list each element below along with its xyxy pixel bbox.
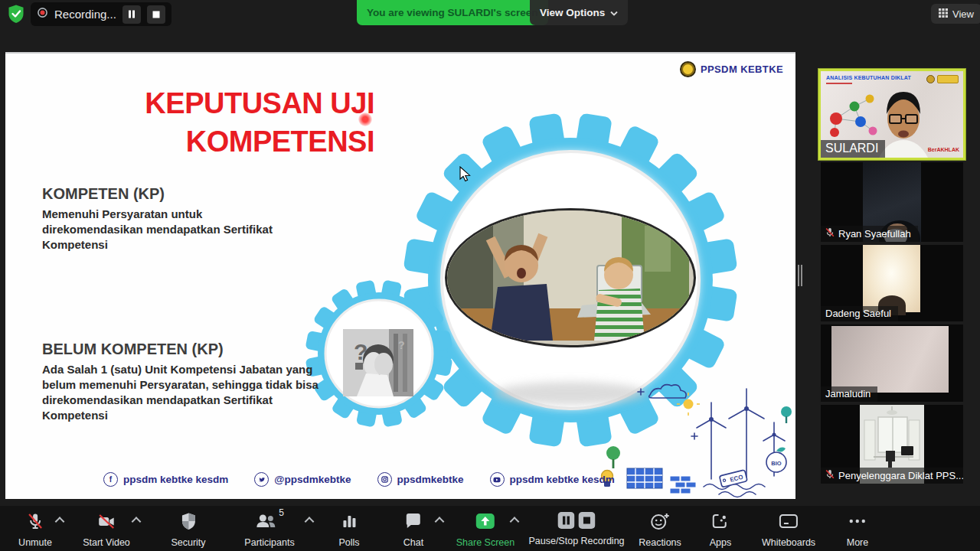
pause-stop-recording-label: Pause/Stop Recording <box>528 536 624 546</box>
svg-text:?: ? <box>354 339 368 364</box>
view-layout-button[interactable]: View <box>931 4 980 24</box>
participants-button[interactable]: 5 Participants <box>244 512 294 548</box>
chat-bubble-icon <box>404 512 423 533</box>
sulardi-bg-subtitle-line <box>826 83 852 84</box>
viewing-screen-banner: You are viewing SULARDI's screen <box>357 0 548 25</box>
laser-pointer-dot <box>358 112 372 126</box>
youtube-label: ppsdm kebtke kesdm <box>510 474 615 485</box>
slide-title: KEPUTUSAN UJI KOMPETENSI <box>120 84 374 161</box>
dadeng-video <box>863 245 920 312</box>
whiteboards-label: Whiteboards <box>762 537 815 548</box>
apps-label: Apps <box>710 537 732 548</box>
sulardi-bg-badge-logos <box>926 75 959 83</box>
chat-options-chevron[interactable] <box>436 517 443 523</box>
whiteboard-icon <box>779 512 799 533</box>
camera-off-icon <box>96 512 116 533</box>
polls-label: Polls <box>338 537 359 548</box>
video-options-chevron[interactable] <box>133 517 140 523</box>
start-video-button[interactable]: Start Video <box>83 512 130 548</box>
grid-view-icon <box>939 8 948 20</box>
reactions-label: Reactions <box>639 537 681 548</box>
participants-options-chevron[interactable] <box>306 517 313 523</box>
whiteboards-button[interactable]: Whiteboards <box>762 512 815 548</box>
jamaludin-video <box>831 326 949 393</box>
recording-dot-icon <box>37 7 48 21</box>
section-belum-kompeten: BELUM KOMPETEN (KP) Ada Salah 1 (satu) U… <box>42 341 339 423</box>
participants-count: 5 <box>279 507 284 518</box>
zoom-meeting-window: Recording... You are viewing SULARDI's s… <box>0 0 980 551</box>
participant-tile-jamaludin[interactable]: Jamaludin <box>821 324 963 402</box>
meeting-toolbar: Unmute Start Video Security 5 Participan… <box>0 506 980 551</box>
bio-doodle-label: BIO <box>771 460 782 467</box>
share-screen-label: Share Screen <box>456 537 514 548</box>
happy-kids-photo <box>445 208 696 347</box>
kompeten-body: Memenuhi Persyaratan untuk direkomendasi… <box>42 207 299 253</box>
pause-recording-icon <box>558 512 575 532</box>
belum-kompeten-heading: BELUM KOMPETEN (KP) <box>42 341 339 358</box>
reactions-smiley-icon <box>650 512 670 533</box>
chevron-down-icon <box>610 7 618 18</box>
pause-recording-button[interactable] <box>122 5 141 24</box>
start-video-label: Start Video <box>83 537 130 548</box>
stop-recording-icon <box>579 512 596 532</box>
unmute-button[interactable]: Unmute <box>18 512 52 548</box>
youtube-handle: ppsdm kebtke kesdm <box>490 472 615 487</box>
twitter-icon <box>254 472 269 487</box>
recording-pill: Recording... <box>31 2 172 26</box>
pause-stop-recording-button[interactable]: Pause/Stop Recording <box>528 512 624 546</box>
facebook-handle: f ppsdm kebtke kesdm <box>103 472 228 487</box>
view-label: View <box>952 8 974 20</box>
participants-label: Participants <box>244 537 294 548</box>
more-ellipsis-icon <box>848 512 867 533</box>
participant-row-penyelenggara: Penyelenggara Diklat PPS... <box>821 468 963 484</box>
instagram-label: ppsdmkebtke <box>397 474 464 485</box>
view-options-button[interactable]: View Options <box>530 0 628 25</box>
share-screen-icon <box>475 512 495 533</box>
participant-name-dadeng: Dadeng Saeful <box>825 308 891 319</box>
participant-tile-sulardi[interactable]: ANALISIS KEBUTUHAN DIKLAT BerAKHLAK SULA… <box>818 69 965 160</box>
sulardi-bg-berakhlak-text: BerAKHLAK <box>928 147 959 152</box>
reactions-button[interactable]: Reactions <box>639 512 681 548</box>
participant-tile-dadeng[interactable]: Dadeng Saeful <box>821 245 963 321</box>
confused-person-photo: ? ? <box>343 329 413 396</box>
mic-muted-icon <box>26 512 44 533</box>
more-label: More <box>847 537 868 548</box>
slide-title-line2: KOMPETENSI <box>120 122 374 161</box>
shared-screen-slide: ? ? <box>5 52 795 499</box>
participant-tile-penyelenggara[interactable]: Penyelenggara Diklat PPS... <box>821 405 963 484</box>
muted-mic-icon <box>825 469 835 481</box>
participant-name-ryan: Ryan Syaefullah <box>838 228 911 240</box>
security-button[interactable]: Security <box>171 512 205 548</box>
apps-button[interactable]: Apps <box>710 512 732 548</box>
facebook-label: ppsdm kebtke kesdm <box>123 474 228 485</box>
svg-text:?: ? <box>398 339 405 351</box>
shield-icon <box>180 512 197 533</box>
sulardi-bg-title: ANALISIS KEBUTUHAN DIKLAT <box>826 75 911 80</box>
ppsdm-emblem-icon <box>680 61 696 77</box>
youtube-icon <box>490 472 505 487</box>
more-button[interactable]: More <box>847 512 868 548</box>
polls-button[interactable]: Polls <box>338 512 359 548</box>
chat-button[interactable]: Chat <box>403 512 423 548</box>
viewing-banner-text: You are viewing SULARDI's screen <box>367 7 538 18</box>
participant-row-dadeng: Dadeng Saeful <box>821 306 898 321</box>
share-options-chevron[interactable] <box>511 517 518 523</box>
facebook-icon: f <box>103 472 118 487</box>
eco-doodles-graphic: ECO BIO <box>596 378 795 499</box>
apps-icon <box>711 512 730 533</box>
twitter-handle: @ppsdmkebtke <box>254 472 351 487</box>
participant-name-sulardi: SULARDI <box>821 140 885 158</box>
audio-options-chevron[interactable] <box>57 517 64 523</box>
twitter-label: @ppsdmkebtke <box>274 474 351 485</box>
participant-row-ryan: Ryan Syaefullah <box>821 226 918 242</box>
security-shield-verified-icon[interactable] <box>6 4 26 27</box>
share-screen-button[interactable]: Share Screen <box>456 512 514 548</box>
kompeten-heading: KOMPETEN (KP) <box>42 185 299 203</box>
participant-name-jamaludin: Jamaludin <box>825 388 871 399</box>
participant-name-penyelenggara: Penyelenggara Diklat PPS... <box>838 470 963 481</box>
instagram-icon <box>377 472 392 487</box>
slide-title-line1: KEPUTUSAN UJI <box>120 84 374 122</box>
participant-tile-ryan[interactable]: Ryan Syaefullah <box>821 162 963 242</box>
stop-recording-button[interactable] <box>147 5 165 24</box>
chat-label: Chat <box>403 537 423 548</box>
